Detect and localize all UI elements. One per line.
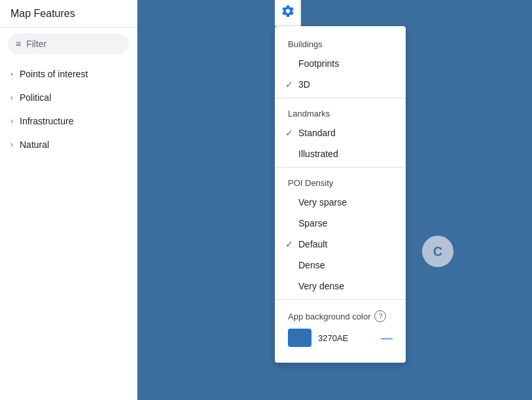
color-value[interactable]: 3270AE [318, 333, 364, 343]
help-icon[interactable]: ? [374, 310, 386, 322]
item-very-sparse[interactable]: Very sparse [275, 192, 406, 213]
app-bg-label: App background color [288, 312, 370, 321]
divider-2 [275, 167, 406, 168]
reset-color-button[interactable]: — [381, 332, 393, 344]
chevron-icon: › [10, 93, 13, 102]
sidebar-header: Map Features [0, 0, 137, 28]
filter-label: Filter [26, 39, 46, 49]
section-title-landmarks: Landmarks [275, 101, 406, 122]
item-standard[interactable]: Standard [275, 122, 406, 143]
item-label: Very sparse [298, 197, 347, 208]
nav-list: › Points of interest › Political › Infra… [0, 60, 137, 159]
map-spinner: C [422, 236, 453, 267]
nav-item-label: Points of interest [20, 69, 88, 79]
gear-icon[interactable] [281, 4, 295, 22]
settings-dropdown: Buildings Footprints 3D Landmarks Standa… [275, 26, 406, 363]
app-bg-section: App background color ? 3270AE — [275, 302, 406, 352]
nav-item-label: Natural [20, 139, 49, 150]
item-label: Illustrated [298, 149, 338, 159]
item-default[interactable]: Default [275, 234, 406, 255]
color-row: 3270AE — [288, 329, 393, 347]
filter-bar[interactable]: ≡ Filter [8, 33, 129, 54]
item-illustrated[interactable]: Illustrated [275, 143, 406, 164]
sidebar: Map Features ≡ Filter › Points of intere… [0, 0, 137, 400]
chevron-icon: › [10, 117, 13, 126]
item-very-dense[interactable]: Very dense [275, 276, 406, 297]
nav-item-label: Infrastructure [20, 116, 73, 126]
chevron-icon: › [10, 69, 13, 79]
nav-item-natural[interactable]: › Natural [0, 133, 137, 156]
sidebar-title: Map Features [10, 8, 75, 20]
item-sparse[interactable]: Sparse [275, 213, 406, 234]
item-label: Standard [298, 128, 336, 138]
app-bg-label-row: App background color ? [288, 310, 393, 322]
divider-3 [275, 299, 406, 300]
help-question-mark: ? [378, 312, 382, 320]
nav-item-infrastructure[interactable]: › Infrastructure [0, 109, 137, 133]
item-label: Sparse [298, 218, 327, 228]
filter-icon: ≡ [16, 39, 21, 49]
item-dense[interactable]: Dense [275, 255, 406, 276]
item-label: Default [298, 239, 327, 249]
section-title-poi-density: POI Density [275, 170, 406, 192]
spinner-letter: C [433, 244, 442, 259]
gear-button-area[interactable] [275, 0, 301, 26]
map-area: Buildings Footprints 3D Landmarks Standa… [137, 0, 532, 400]
item-label: 3D [298, 79, 310, 90]
nav-item-political[interactable]: › Political [0, 86, 137, 109]
item-label: Footprints [298, 58, 339, 69]
item-3d[interactable]: 3D [275, 74, 406, 95]
item-label: Very dense [298, 281, 344, 291]
item-label: Dense [298, 260, 325, 270]
divider-1 [275, 98, 406, 98]
chevron-icon: › [10, 140, 13, 149]
nav-item-label: Political [20, 92, 51, 103]
nav-item-poi[interactable]: › Points of interest [0, 62, 137, 86]
section-title-buildings: Buildings [275, 31, 406, 53]
color-swatch[interactable] [288, 329, 311, 347]
item-footprints[interactable]: Footprints [275, 53, 406, 74]
